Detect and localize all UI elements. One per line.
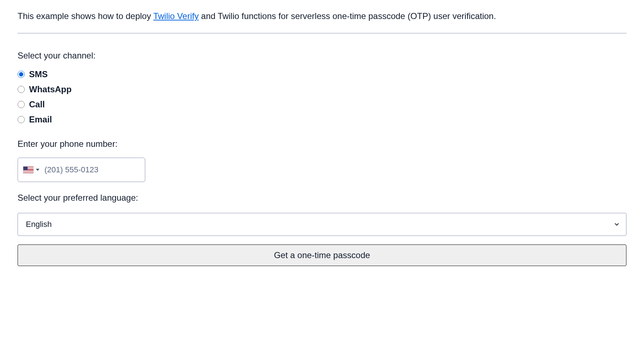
radio-whatsapp[interactable] [18, 86, 25, 93]
language-select-wrap: English [18, 213, 626, 236]
country-select[interactable] [23, 166, 39, 173]
intro-text-after: and Twilio functions for serverless one-… [199, 11, 496, 21]
channel-label: Select your channel: [18, 51, 626, 61]
radio-email[interactable] [18, 116, 25, 123]
language-label: Select your preferred language: [18, 193, 626, 203]
radio-label-call[interactable]: Call [29, 99, 45, 110]
phone-label: Enter your phone number: [18, 139, 626, 149]
twilio-verify-link[interactable]: Twilio Verify [153, 11, 199, 21]
channel-radio-group: SMS WhatsApp Call Email [18, 69, 626, 125]
radio-label-email[interactable]: Email [29, 115, 52, 125]
radio-option-call[interactable]: Call [18, 99, 626, 110]
radio-label-sms[interactable]: SMS [29, 69, 48, 79]
radio-call[interactable] [18, 101, 25, 108]
phone-input[interactable] [44, 165, 140, 174]
radio-label-whatsapp[interactable]: WhatsApp [29, 84, 72, 94]
radio-option-email[interactable]: Email [18, 115, 626, 125]
divider [18, 33, 626, 33]
intro-text: This example shows how to deploy Twilio … [18, 10, 626, 22]
get-passcode-button[interactable]: Get a one-time passcode [18, 244, 626, 266]
phone-input-container [18, 158, 145, 182]
radio-sms[interactable] [18, 71, 25, 78]
intro-text-before: This example shows how to deploy [18, 11, 153, 21]
chevron-down-icon [36, 169, 39, 171]
radio-option-whatsapp[interactable]: WhatsApp [18, 84, 626, 94]
us-flag-icon [23, 166, 34, 173]
language-select[interactable]: English [18, 213, 626, 236]
radio-option-sms[interactable]: SMS [18, 69, 626, 79]
